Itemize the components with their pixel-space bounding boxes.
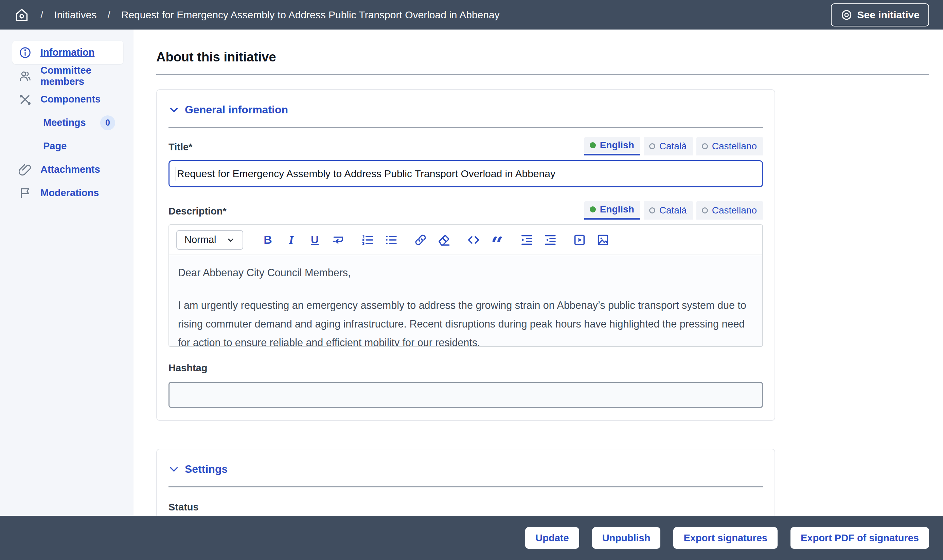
lang-tab-english[interactable]: English — [584, 137, 640, 155]
general-information-card: General information Title* English Catal… — [156, 89, 775, 421]
description-editor-content[interactable]: Dear Abbenay City Council Members, I am … — [169, 255, 762, 346]
hashtag-label: Hashtag — [168, 363, 763, 376]
description-editor: Normal B I U — [168, 224, 763, 347]
sidebar: Information Committee members Components… — [0, 29, 134, 560]
title-input[interactable] — [168, 160, 763, 187]
description-paragraph: Dear Abbenay City Council Members, — [178, 263, 753, 282]
settings-toggle[interactable]: Settings — [168, 463, 763, 475]
section-title: General information — [185, 103, 288, 116]
breadcrumb: / Initiatives / Request for Emergency As… — [14, 7, 500, 23]
ordered-list-icon[interactable] — [360, 233, 375, 247]
underline-icon[interactable]: U — [307, 233, 322, 247]
home-icon[interactable] — [14, 7, 29, 23]
empty-dot-icon — [649, 143, 655, 149]
lang-tab-label: English — [600, 204, 634, 215]
video-icon[interactable] — [573, 233, 586, 247]
unpublish-button[interactable]: Unpublish — [592, 527, 661, 549]
text-cursor — [176, 167, 176, 180]
empty-dot-icon — [702, 208, 708, 214]
sidebar-item-label: Components — [40, 94, 100, 105]
meetings-count-badge: 0 — [100, 115, 115, 130]
action-footer: Update Unpublish Export signatures Expor… — [0, 516, 943, 560]
update-button[interactable]: Update — [525, 527, 579, 549]
line-break-icon[interactable] — [331, 233, 345, 247]
description-paragraph: I am urgently requesting an emergency as… — [178, 296, 753, 346]
editor-toolbar: Normal B I U — [169, 225, 762, 255]
filled-dot-icon — [590, 206, 596, 212]
lang-tab-label: Castellano — [712, 141, 757, 152]
description-language-tabs: English Català Castellano — [584, 201, 763, 220]
status-label: Status — [168, 502, 763, 515]
title-label: Title* — [168, 142, 192, 155]
empty-dot-icon — [649, 208, 655, 214]
tools-icon — [19, 93, 32, 106]
blockquote-icon[interactable]: “ — [490, 233, 504, 247]
divider — [156, 74, 929, 75]
main-content: About this initiative General informatio… — [134, 29, 943, 560]
sidebar-item-label: Information — [40, 47, 95, 58]
indent-icon[interactable] — [519, 233, 534, 247]
lang-tab-castellano[interactable]: Castellano — [696, 201, 763, 220]
lang-tab-english[interactable]: English — [584, 201, 640, 220]
lang-tab-catala[interactable]: Català — [644, 137, 693, 155]
lang-tab-label: Castellano — [712, 205, 757, 216]
breadcrumb-separator: / — [40, 9, 43, 21]
sidebar-item-moderations[interactable]: Moderations — [12, 181, 123, 205]
chevron-down-icon — [226, 235, 235, 245]
bullet-list-icon[interactable] — [384, 233, 398, 247]
sidebar-item-committee-members[interactable]: Committee members — [12, 64, 123, 88]
top-navbar: / Initiatives / Request for Emergency As… — [0, 0, 943, 29]
breadcrumb-initiatives-link[interactable]: Initiatives — [54, 9, 96, 21]
sidebar-item-label: Page — [43, 140, 66, 152]
empty-dot-icon — [702, 143, 708, 149]
italic-icon[interactable]: I — [284, 233, 298, 247]
lang-tab-label: Català — [659, 141, 687, 152]
sidebar-item-components[interactable]: Components — [12, 88, 123, 111]
lang-tab-catala[interactable]: Català — [644, 201, 693, 220]
export-pdf-signatures-button[interactable]: Export PDF of signatures — [790, 527, 929, 549]
bold-icon[interactable]: B — [261, 233, 275, 247]
lang-tab-castellano[interactable]: Castellano — [696, 137, 763, 155]
sidebar-item-label: Attachments — [40, 164, 100, 175]
sidebar-item-attachments[interactable]: Attachments — [12, 158, 123, 181]
breadcrumb-current-page: Request for Emergency Assembly to Addres… — [121, 9, 500, 21]
users-icon — [19, 69, 32, 83]
see-initiative-label: See initiative — [857, 9, 920, 21]
link-icon[interactable] — [414, 233, 428, 247]
chevron-down-icon — [168, 105, 179, 115]
chevron-down-icon — [168, 464, 179, 475]
section-title: Settings — [185, 463, 228, 475]
sidebar-item-label: Committee members — [40, 65, 117, 87]
lang-tab-label: Català — [659, 205, 687, 216]
sidebar-item-information[interactable]: Information — [12, 41, 123, 64]
export-signatures-button[interactable]: Export signatures — [673, 527, 778, 549]
title-language-tabs: English Català Castellano — [584, 137, 763, 155]
lang-tab-label: English — [600, 140, 634, 151]
filled-dot-icon — [590, 142, 596, 148]
image-icon[interactable] — [596, 233, 610, 247]
divider — [168, 127, 763, 128]
clear-format-icon[interactable] — [437, 233, 451, 247]
code-icon[interactable] — [466, 233, 481, 247]
page-title: About this initiative — [156, 50, 929, 65]
see-initiative-button[interactable]: See initiative — [831, 3, 929, 26]
divider — [168, 486, 763, 488]
paragraph-style-select[interactable]: Normal — [176, 230, 243, 250]
general-information-toggle[interactable]: General information — [168, 103, 763, 116]
eye-icon — [840, 9, 853, 21]
description-label: Description* — [168, 206, 227, 220]
paperclip-icon — [19, 163, 32, 176]
hashtag-input[interactable] — [168, 382, 763, 408]
sidebar-item-page[interactable]: Page — [12, 134, 123, 158]
sidebar-item-label: Moderations — [40, 187, 99, 198]
flag-icon — [19, 187, 32, 200]
sidebar-item-label: Meetings — [43, 117, 86, 128]
outdent-icon[interactable] — [543, 233, 557, 247]
breadcrumb-separator: / — [107, 9, 110, 21]
style-select-value: Normal — [184, 234, 216, 245]
info-icon — [19, 46, 32, 59]
sidebar-item-meetings[interactable]: Meetings 0 — [12, 111, 123, 134]
